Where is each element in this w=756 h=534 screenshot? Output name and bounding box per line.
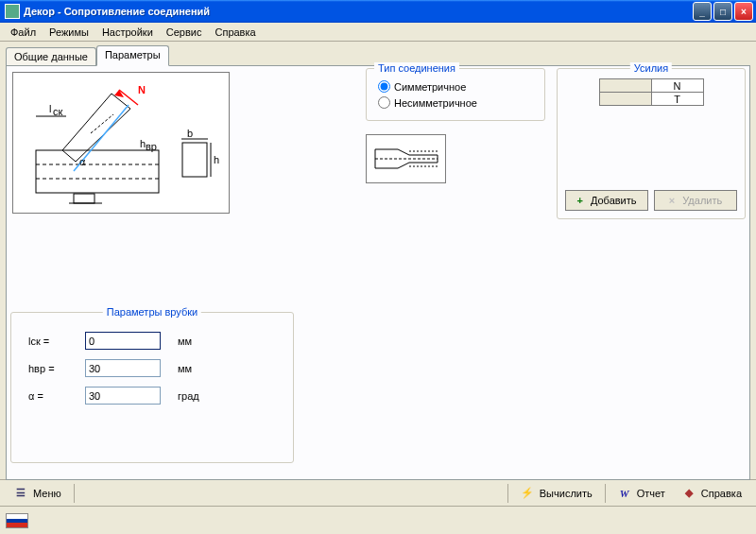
radio-asymmetric[interactable] <box>378 96 390 109</box>
svg-text:l: l <box>49 103 51 114</box>
menu-help[interactable]: Справка <box>208 25 262 40</box>
window-titlebar: Декор - Сопротивление соединений _ □ × <box>0 0 756 23</box>
close-button[interactable]: × <box>734 2 753 21</box>
notch-svg-icon: N lск hвр α b h <box>17 77 225 209</box>
radio-asymmetric-label: Несимметричное <box>394 97 477 109</box>
param-row-lsk: lск = мм <box>28 332 293 350</box>
svg-text:N: N <box>138 84 146 95</box>
menu-service[interactable]: Сервис <box>160 25 209 40</box>
remove-force-button[interactable]: × Удалить <box>654 190 737 211</box>
group-notch-params: Параметры врубки lск = мм hвр = мм α = г… <box>10 312 294 463</box>
menu-button[interactable]: ☰ Меню <box>6 483 70 504</box>
menu-settings[interactable]: Настройки <box>95 25 160 40</box>
svg-rect-0 <box>36 150 159 193</box>
book-icon: ◆ <box>682 487 696 500</box>
forces-col-n: N <box>651 79 703 93</box>
svg-text:h: h <box>214 154 219 165</box>
svg-text:ск: ск <box>53 106 63 117</box>
notch-diagram: N lск hвр α b h <box>12 72 230 214</box>
connection-svg-icon <box>369 138 443 180</box>
language-flag-ru[interactable] <box>6 513 28 528</box>
separator <box>605 484 606 503</box>
group-connection-type: Тип соединения Симметричное Несимметричн… <box>366 68 545 121</box>
word-icon: W <box>618 487 631 500</box>
svg-marker-7 <box>114 90 124 97</box>
status-bar <box>0 506 756 534</box>
svg-line-4 <box>91 114 113 133</box>
param-row-alpha: α = град <box>28 387 293 405</box>
maximize-button[interactable]: □ <box>713 2 732 21</box>
separator <box>74 484 75 503</box>
radio-symmetric-label: Симметричное <box>394 81 466 93</box>
svg-rect-17 <box>182 143 207 177</box>
calculate-button[interactable]: ⚡ Вычислить <box>512 483 601 504</box>
svg-marker-3 <box>62 94 130 162</box>
svg-text:вр: вр <box>146 141 157 152</box>
forces-col-t: T <box>651 93 703 106</box>
menu-modes[interactable]: Режимы <box>43 25 95 40</box>
notch-legend: Параметры врубки <box>103 306 201 318</box>
report-button[interactable]: W Отчет <box>610 483 674 504</box>
plus-icon: + <box>576 195 582 206</box>
group-forces: Усилия N T + Добавить × Удалить <box>557 68 746 219</box>
minimize-button[interactable]: _ <box>693 2 712 21</box>
tab-params[interactable]: Параметры <box>96 45 169 66</box>
menu-file[interactable]: Файл <box>4 25 43 40</box>
forces-table: N T <box>599 78 704 106</box>
radio-symmetric[interactable] <box>378 80 390 93</box>
forces-legend: Усилия <box>630 62 672 74</box>
menu-bar: Файл Режимы Настройки Сервис Справка <box>0 23 756 42</box>
bottom-toolbar: ☰ Меню ⚡ Вычислить W Отчет ◆ Справка <box>0 479 756 506</box>
lightning-icon: ⚡ <box>521 487 534 500</box>
svg-text:α: α <box>79 156 86 167</box>
connection-diagram <box>366 134 446 183</box>
cross-icon: × <box>669 195 675 206</box>
input-alpha[interactable] <box>85 387 161 405</box>
connection-legend: Тип соединения <box>374 62 459 74</box>
param-row-hvr: hвр = мм <box>28 359 293 377</box>
help-button[interactable]: ◆ Справка <box>674 483 750 504</box>
tab-panel: N lск hвр α b h Тип соединения Симметрич… <box>6 65 750 480</box>
app-icon <box>5 4 20 19</box>
add-force-button[interactable]: + Добавить <box>565 190 648 211</box>
svg-line-6 <box>119 90 138 105</box>
input-lsk[interactable] <box>85 332 161 350</box>
separator <box>507 484 508 503</box>
svg-text:b: b <box>187 128 193 139</box>
input-hvr[interactable] <box>85 359 161 377</box>
tab-general[interactable]: Общие данные <box>6 47 96 65</box>
window-title: Декор - Сопротивление соединений <box>24 6 693 17</box>
svg-rect-15 <box>74 194 94 203</box>
menu-icon: ☰ <box>14 487 27 500</box>
